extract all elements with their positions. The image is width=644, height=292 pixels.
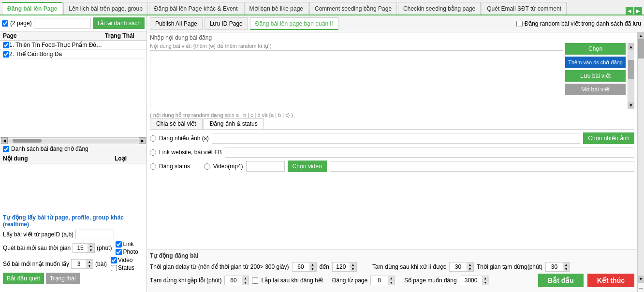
- pause-time-spinner[interactable]: ▲▼: [545, 262, 570, 272]
- multiple-image-input[interactable]: [212, 133, 581, 144]
- delay-from-input[interactable]: [293, 263, 309, 271]
- delay-row: Thời gian delay từ (nên để thời gian từ …: [150, 262, 634, 272]
- video-input[interactable]: [246, 161, 285, 172]
- post-textarea[interactable]: [150, 50, 563, 109]
- scroll-down-button[interactable]: ▼: [628, 102, 634, 109]
- repeat-checkbox[interactable]: [252, 277, 258, 284]
- crawl-after-spinner[interactable]: ▲ ▼: [73, 243, 95, 253]
- pause-after-down[interactable]: ▼: [467, 267, 473, 271]
- scroll-left-button[interactable]: ◀: [1, 137, 8, 144]
- start-button[interactable]: Bắt đầu: [538, 274, 584, 287]
- right-main: Nhập nội dung bài đăng Nội dung bài viết…: [147, 32, 644, 292]
- new-posts-unit: (bài): [95, 261, 107, 267]
- delay-to-input[interactable]: [333, 263, 350, 271]
- delay-from-down[interactable]: ▼: [309, 267, 316, 271]
- scroll-up-button[interactable]: ▲: [628, 44, 634, 50]
- max-pages-up[interactable]: ▲: [482, 276, 489, 280]
- tab-comment[interactable]: Comment seeding bằng Page: [309, 2, 397, 15]
- save-id-button[interactable]: Lưu ID Page: [205, 17, 248, 30]
- start-crawl-button[interactable]: Bắt đầu quét: [3, 273, 44, 284]
- pause-time-input[interactable]: [546, 263, 563, 271]
- select-all-pages-checkbox[interactable]: [2, 20, 8, 27]
- cb-photo-label: Photo: [123, 248, 138, 255]
- tab-lich-bai[interactable]: Lên lịch bài trên page, group: [63, 2, 147, 15]
- pause-error-spinner[interactable]: ▲▼: [224, 276, 249, 285]
- video-title-input[interactable]: Video title: [330, 161, 634, 172]
- from-page-down[interactable]: ▼: [388, 280, 395, 285]
- pause-after-input[interactable]: [450, 263, 467, 271]
- tab-dang-khac[interactable]: Đăng bài lên Page khác & Event: [149, 2, 243, 15]
- video-radio[interactable]: [204, 163, 210, 170]
- page-id-input[interactable]: [34, 18, 91, 29]
- link-fb-radio[interactable]: [150, 149, 156, 156]
- nav-next-button[interactable]: ▶: [634, 7, 642, 15]
- tab-quet-email[interactable]: Quét Email SĐT từ comment: [482, 2, 567, 15]
- from-page-label: Đăng từ page: [332, 277, 367, 284]
- choose-multiple-button[interactable]: Chọn nhiều ảnh: [583, 132, 634, 144]
- from-page-input[interactable]: [371, 276, 388, 285]
- nav-prev-button[interactable]: ◀: [626, 7, 633, 15]
- max-pages-down[interactable]: ▼: [482, 280, 489, 285]
- multiple-image-radio[interactable]: [150, 135, 156, 142]
- waiting-list-label: Danh sách bài đang chờ đăng: [11, 146, 88, 152]
- pause-time-up[interactable]: ▲: [563, 263, 570, 267]
- open-post-button[interactable]: Mở bài viết: [565, 84, 626, 95]
- active-tab-button[interactable]: Đăng bài lên page bạn quản lí: [250, 17, 338, 30]
- link-fb-input[interactable]: [225, 147, 634, 158]
- choose-video-button[interactable]: Chọn video: [288, 161, 327, 172]
- waiting-list-checkbox[interactable]: [3, 146, 9, 152]
- crawl-after-unit: (phút): [97, 245, 112, 251]
- tab-checkin[interactable]: Checkin seeding bằng page: [398, 2, 481, 15]
- top-nav: Đăng bài lên Page Lên lịch bài trên page…: [0, 0, 644, 15]
- crawl-after-up[interactable]: ▲: [88, 244, 94, 248]
- crawl-after-down[interactable]: ▼: [88, 248, 94, 252]
- max-pages-spinner[interactable]: ▲▼: [460, 276, 489, 285]
- cb-video[interactable]: [111, 257, 117, 263]
- publish-all-button[interactable]: Publish All Page: [150, 17, 203, 30]
- end-button[interactable]: Kết thúc: [587, 274, 634, 287]
- scroll-right-button[interactable]: ▶: [139, 137, 146, 144]
- tab-moi-ban[interactable]: Mời bạn bè like page: [244, 2, 308, 15]
- random-post-checkbox[interactable]: [516, 21, 523, 27]
- refresh-button[interactable]: Tải lại danh sách: [93, 17, 145, 29]
- right-scroll-down[interactable]: ▼: [638, 276, 644, 282]
- cb-link[interactable]: [116, 241, 122, 248]
- pause-error-input[interactable]: [225, 276, 242, 285]
- new-posts-down[interactable]: ▼: [86, 264, 93, 268]
- pause-time-down[interactable]: ▼: [563, 267, 570, 271]
- status-button[interactable]: Trạng thái: [46, 273, 80, 284]
- multiple-image-label: Đăng nhiều ảnh (s): [159, 135, 209, 142]
- cb-status[interactable]: [111, 265, 117, 271]
- from-page-up[interactable]: ▲: [388, 276, 395, 280]
- crawl-after-input[interactable]: [73, 244, 88, 252]
- from-page-spinner[interactable]: ▲▼: [370, 276, 395, 285]
- add-to-list-button[interactable]: Thêm vào ds chờ đăng: [565, 57, 626, 68]
- delay-from-up[interactable]: ▲: [309, 263, 316, 267]
- delay-to-down[interactable]: ▼: [350, 267, 356, 271]
- delay-from-spinner[interactable]: ▲▼: [292, 262, 317, 272]
- page-2-checkbox[interactable]: [3, 51, 9, 58]
- delay-to-spinner[interactable]: ▲▼: [332, 262, 357, 272]
- scroll-area[interactable]: ◀ ▶: [0, 137, 146, 144]
- right-scroll-up[interactable]: ▲: [638, 32, 644, 39]
- choose-button[interactable]: Chọn: [565, 43, 626, 55]
- new-posts-input[interactable]: [72, 260, 86, 268]
- save-post-button[interactable]: Lưu bài viết: [565, 70, 626, 82]
- pause-error-up[interactable]: ▲: [242, 276, 249, 280]
- pause-after-up[interactable]: ▲: [467, 263, 473, 267]
- max-pages-input[interactable]: [460, 276, 482, 285]
- sub-tab-image-status[interactable]: Đăng ảnh & status: [204, 118, 264, 129]
- cb-photo[interactable]: [116, 249, 122, 255]
- new-posts-up[interactable]: ▲: [86, 260, 93, 264]
- sub-tab-share[interactable]: Chia sẻ bài viết: [150, 118, 203, 129]
- tab-dang-bai[interactable]: Đăng bài lên Page: [2, 2, 62, 15]
- page-1-checkbox[interactable]: [3, 42, 9, 48]
- delay-to-up[interactable]: ▲: [350, 263, 356, 267]
- indicator-line-2: [639, 288, 643, 289]
- pause-after-spinner[interactable]: ▲▼: [449, 262, 474, 272]
- fetch-input[interactable]: [75, 230, 114, 239]
- status-radio[interactable]: [150, 163, 156, 170]
- pause-error-down[interactable]: ▼: [242, 280, 249, 285]
- right-scroll-body: [638, 39, 644, 276]
- new-posts-spinner[interactable]: ▲ ▼: [71, 259, 93, 269]
